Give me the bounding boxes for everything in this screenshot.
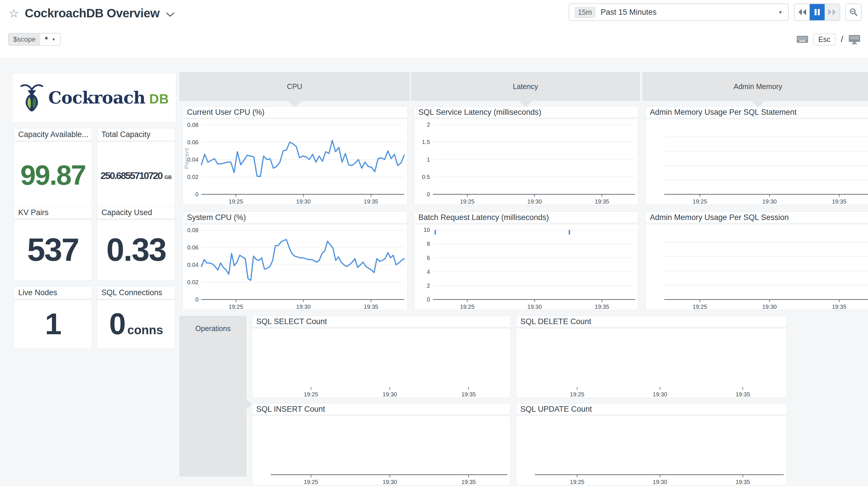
scope-value-text: * (45, 35, 48, 44)
section-header-operations[interactable]: Operations (180, 316, 246, 477)
chart-title: System CPU (%) (187, 213, 246, 222)
section-label: CPU (287, 82, 302, 91)
chart-plot-area[interactable]: 00.511.5219:2519:3019:35 (414, 119, 638, 205)
chart-title: Admin Memory Usage Per SQL Statement (650, 108, 797, 117)
title-chevron-down-icon[interactable] (166, 12, 175, 17)
svg-text:19:35: 19:35 (832, 198, 846, 205)
tv-mode-icon[interactable] (848, 34, 861, 45)
metric-card-title: Capacity Used (97, 206, 175, 219)
svg-text:19:30: 19:30 (527, 198, 542, 205)
chart-plot-area[interactable]: 00.020.040.060.0819:2519:3019:35Percent (183, 119, 407, 205)
svg-text:19:30: 19:30 (527, 304, 542, 310)
chart-plot-area[interactable]: 19:2519:3019:35 (516, 328, 787, 398)
keyboard-icon[interactable] (796, 35, 808, 44)
chart-title-bar: SQL DELETE Count (516, 316, 787, 327)
chart-title-bar: SQL INSERT Count (252, 403, 510, 415)
svg-text:1.5: 1.5 (422, 139, 430, 145)
svg-text:19:35: 19:35 (364, 304, 378, 310)
svg-text:0.08: 0.08 (187, 227, 198, 233)
svg-text:19:35: 19:35 (832, 304, 846, 310)
svg-text:0.02: 0.02 (187, 279, 198, 285)
svg-text:0: 0 (427, 296, 430, 303)
favorite-star-icon[interactable]: ☆ (9, 7, 19, 19)
chart-plot-area[interactable]: 024681019:2519:3019:35 (414, 224, 638, 310)
chart-title-bar: SQL SELECT Count (252, 316, 510, 327)
svg-text:19:25: 19:25 (304, 391, 318, 398)
section-header-admin-memory[interactable]: Admin Memory (642, 72, 868, 101)
svg-text:1: 1 (427, 156, 430, 163)
metric-card-title: Live Nodes (14, 286, 92, 299)
svg-text:19:30: 19:30 (653, 391, 667, 398)
chart-plot-area[interactable]: 19:2519:3019:35 (516, 416, 787, 485)
pause-button[interactable] (810, 4, 825, 20)
fast-forward-button[interactable] (825, 4, 840, 20)
svg-text:19:25: 19:25 (692, 304, 707, 310)
cockroachdb-logo-card[interactable]: Cockroach DB (12, 73, 176, 122)
time-range-selector[interactable]: 15m Past 15 Minutes ▼ (569, 3, 789, 21)
scope-variable-selector[interactable]: $scope * ▼ (8, 33, 61, 46)
rewind-button[interactable] (795, 4, 810, 20)
svg-text:8: 8 (427, 240, 430, 247)
brand-suffix: DB (149, 91, 169, 106)
svg-text:19:25: 19:25 (228, 198, 243, 205)
svg-text:19:35: 19:35 (736, 391, 750, 398)
metric-value: 0.33 (106, 234, 166, 266)
chart-title: SQL Service Latency (milliseconds) (418, 108, 541, 117)
metric-card-body[interactable]: 0.33 (97, 220, 175, 281)
metric-card-body[interactable]: 99.87 (14, 142, 92, 209)
metric-value: 1 (45, 309, 61, 339)
metric-card-body[interactable]: 537 (14, 220, 92, 281)
scope-caret-icon: ▼ (52, 37, 56, 41)
metric-card-title: Total Capacity (97, 128, 175, 141)
section-header-latency[interactable]: Latency (411, 72, 640, 101)
chart-title-bar: SQL UPDATE Count (516, 403, 787, 415)
chart-title-bar: Current User CPU (%) (183, 106, 407, 118)
svg-text:19:25: 19:25 (228, 304, 243, 310)
svg-text:0: 0 (195, 191, 198, 197)
svg-text:4: 4 (427, 268, 430, 275)
chart-plot-area[interactable]: 19:2519:3019:35 (646, 119, 868, 205)
svg-text:2: 2 (427, 121, 430, 128)
chart-title-bar: System CPU (%) (183, 211, 407, 223)
section-header-cpu[interactable]: CPU (180, 72, 410, 101)
metric-card-body[interactable]: 250.6855710720GB (97, 142, 175, 209)
chart-svg: 19:2519:3019:35 (252, 328, 511, 398)
svg-text:19:25: 19:25 (570, 479, 584, 485)
metric-title-text: SQL Connections (101, 288, 162, 297)
svg-text:19:30: 19:30 (382, 391, 397, 398)
chart-plot-area[interactable]: 19:2519:3019:35 (252, 328, 510, 398)
chart-title-bar: Admin Memory Usage Per SQL Statement (646, 106, 868, 118)
section-notch (246, 399, 252, 409)
svg-text:10: 10 (424, 227, 430, 233)
svg-text:19:30: 19:30 (296, 198, 311, 205)
chart-svg: 024681019:2519:3019:35 (414, 224, 639, 311)
brand-name: Cockroach (48, 88, 145, 108)
chart-plot-area[interactable]: 19:2519:3019:35 (646, 224, 868, 310)
shortcut-separator: / (841, 34, 843, 44)
svg-text:19:35: 19:35 (595, 198, 609, 205)
svg-text:0: 0 (427, 191, 430, 197)
fast-forward-icon (827, 8, 837, 16)
svg-text:0.08: 0.08 (187, 122, 198, 128)
svg-text:19:35: 19:35 (595, 304, 609, 310)
zoom-out-button[interactable] (845, 3, 862, 21)
chart-title: SQL SELECT Count (256, 317, 327, 326)
metric-card-title: KV Pairs (14, 206, 92, 219)
cockroachdb-wordmark: Cockroach DB (48, 88, 169, 108)
metric-title-text: Capacity Used (101, 208, 152, 217)
dashboard-board: Cockroach DB Capacity Available...99.87T… (0, 58, 868, 486)
metric-unit: conns (127, 323, 163, 337)
metric-card-body[interactable]: 1 (14, 300, 92, 348)
metric-card-title: Capacity Available... (14, 128, 92, 141)
chart-plot-area[interactable]: 19:2519:3019:35 (252, 416, 510, 485)
chart-plot-area[interactable]: 00.020.040.060.0819:2519:3019:35 (183, 224, 407, 310)
svg-text:19:35: 19:35 (461, 479, 476, 485)
chart-svg: 00.020.040.060.0819:2519:3019:35Percent (183, 119, 408, 205)
chart-title: SQL UPDATE Count (520, 405, 592, 414)
chart-title-bar: Batch Request Latency (milliseconds) (414, 211, 638, 223)
svg-text:6: 6 (427, 255, 430, 261)
chart-svg: 19:2519:3019:35 (646, 224, 868, 311)
svg-text:19:25: 19:25 (692, 198, 707, 205)
time-range-badge: 15m (575, 7, 595, 18)
metric-card-body[interactable]: 0conns (97, 300, 175, 348)
